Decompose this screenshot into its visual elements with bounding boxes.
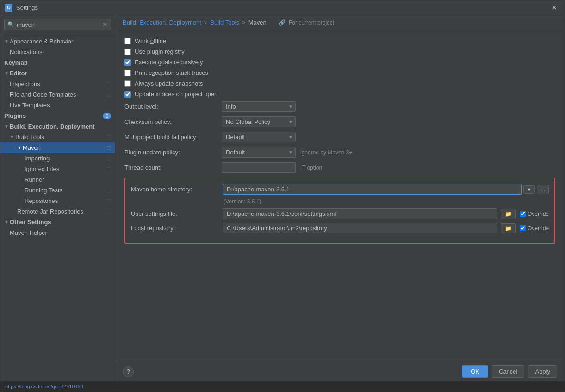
close-button[interactable]: ✕ <box>548 2 560 13</box>
sidebar-item-build-tools[interactable]: ▼ Build Tools ⬚ <box>0 132 115 142</box>
running-tests-icon: ⬚ <box>106 187 111 193</box>
sidebar-item-runner[interactable]: Runner <box>0 174 115 185</box>
print-exception-checkbox[interactable] <box>124 70 131 76</box>
breadcrumb-sep1: > <box>204 19 208 26</box>
thread-count-label: Thread count: <box>124 164 217 171</box>
sidebar-item-maven-helper[interactable]: Maven Helper <box>0 227 115 238</box>
local-repo-override-label[interactable]: Override <box>528 225 549 232</box>
maven-home-dropdown-btn[interactable]: ▼ <box>523 185 535 194</box>
sidebar-item-editor[interactable]: ▼ Editor <box>0 68 115 79</box>
sidebar-item-other-settings[interactable]: ▼ Other Settings <box>0 217 115 227</box>
plugin-update-policy-dropdown[interactable]: Default Force Update Never Update <box>222 147 296 158</box>
user-settings-input[interactable] <box>223 208 497 219</box>
file-templates-icon: ⬚ <box>106 92 111 98</box>
breadcrumb-sep2: > <box>242 19 246 26</box>
user-settings-row: User settings file: 📁 Override <box>131 208 549 219</box>
thread-count-row: Thread count: -T option <box>124 162 555 173</box>
local-repo-override-checkbox[interactable] <box>520 225 526 231</box>
execute-goals-label[interactable]: Execute goals recursively <box>135 59 203 66</box>
local-repo-folder-btn[interactable]: 📁 <box>501 223 516 233</box>
sidebar: 🔍 ✕ ▼ Appearance & Behavior Notification… <box>0 15 115 381</box>
search-input[interactable] <box>17 21 100 28</box>
maven-home-path-wrap: ▼ … <box>223 184 549 195</box>
print-exception-row: Print exception stack traces <box>124 69 555 76</box>
breadcrumb: Build, Execution, Deployment > Build Too… <box>115 15 565 30</box>
always-update-checkbox[interactable] <box>124 80 131 87</box>
sidebar-item-running-tests[interactable]: Running Tests ⬚ <box>0 185 115 196</box>
checksum-policy-dropdown-wrap: No Global Policy Fail Warn ▼ <box>222 116 296 127</box>
sidebar-item-appearance[interactable]: ▼ Appearance & Behavior <box>0 36 115 47</box>
right-panel: Build, Execution, Deployment > Build Too… <box>115 15 565 381</box>
maven-home-label: Maven home directory: <box>131 186 219 193</box>
maven-icon: ⬚ <box>106 145 111 151</box>
multiproject-policy-label: Multiproject build fail policy: <box>124 134 217 141</box>
sidebar-item-build-execution[interactable]: ▼ Build, Execution, Deployment <box>0 121 115 132</box>
user-settings-override-checkbox[interactable] <box>520 211 526 217</box>
output-level-label: Output level: <box>124 103 217 110</box>
work-offline-checkbox[interactable] <box>124 38 131 44</box>
sidebar-item-live-templates[interactable]: Live Templates <box>0 100 115 110</box>
checksum-policy-dropdown[interactable]: No Global Policy Fail Warn <box>222 116 296 127</box>
sidebar-item-maven[interactable]: ▼ Maven ⬚ <box>0 142 115 153</box>
update-indices-checkbox[interactable] <box>124 91 131 98</box>
sidebar-item-remote-jar[interactable]: Remote Jar Repositories ⬚ <box>0 206 115 217</box>
app-icon: U <box>5 4 12 12</box>
update-indices-row: Update indices on project open <box>124 91 555 98</box>
use-plugin-registry-checkbox[interactable] <box>124 49 131 55</box>
user-settings-label: User settings file: <box>131 210 219 217</box>
maven-version-text: (Version: 3.6.1) <box>131 198 549 205</box>
plugins-badge: 6 <box>103 113 111 119</box>
sidebar-item-inspections[interactable]: Inspections ⬚ <box>0 79 115 89</box>
plugin-update-policy-row: Plugin update policy: Default Force Upda… <box>124 147 555 158</box>
user-settings-folder-btn[interactable]: 📁 <box>501 209 516 219</box>
output-level-dropdown[interactable]: Info Debug Error Warning <box>222 101 296 112</box>
breadcrumb-current: Maven <box>248 19 267 26</box>
use-plugin-registry-row: Use plugin registry <box>124 48 555 55</box>
thread-count-input[interactable] <box>222 162 296 173</box>
sidebar-item-keymap[interactable]: Keymap <box>0 57 115 68</box>
local-repo-input[interactable] <box>223 223 497 233</box>
multiproject-policy-dropdown[interactable]: Default Fail at End Never Fail <box>222 132 296 142</box>
search-icon: 🔍 <box>7 21 14 28</box>
inspections-icon: ⬚ <box>106 81 111 87</box>
sidebar-item-importing[interactable]: Importing ⬚ <box>0 153 115 164</box>
output-level-row: Output level: Info Debug Error Warning ▼ <box>124 101 555 112</box>
sidebar-item-plugins[interactable]: Plugins 6 <box>0 110 115 121</box>
user-settings-override-label[interactable]: Override <box>528 211 549 217</box>
maven-home-browse-btn[interactable]: … <box>537 185 549 194</box>
maven-home-input[interactable] <box>223 184 522 195</box>
local-repo-row: Local repository: 📁 Override <box>131 223 549 233</box>
apply-button[interactable]: Apply <box>528 365 557 378</box>
execute-goals-row: Execute goals recursively <box>124 59 555 66</box>
always-update-label[interactable]: Always update snapshots <box>135 80 203 87</box>
cancel-button[interactable]: Cancel <box>492 365 524 378</box>
user-settings-override-wrap: Override <box>520 211 549 217</box>
execute-goals-checkbox[interactable] <box>124 59 131 66</box>
work-offline-label[interactable]: Work offline <box>135 37 166 44</box>
print-exception-label[interactable]: Print exception stack traces <box>135 69 208 76</box>
sidebar-item-ignored-files[interactable]: Ignored Files ⬚ <box>0 164 115 174</box>
settings-panel: Work offline Use plugin registry Execute… <box>115 30 565 361</box>
use-plugin-registry-label[interactable]: Use plugin registry <box>135 48 185 55</box>
checksum-policy-row: Checksum policy: No Global Policy Fail W… <box>124 116 555 127</box>
sidebar-item-repositories[interactable]: Repositories ⬚ <box>0 196 115 206</box>
ok-button[interactable]: OK <box>462 365 488 378</box>
breadcrumb-part1[interactable]: Build, Execution, Deployment <box>123 19 201 26</box>
ignored-files-icon: ⬚ <box>106 166 111 172</box>
output-level-dropdown-wrap: Info Debug Error Warning ▼ <box>222 101 296 112</box>
plugin-update-hint: ignored by Maven 3+ <box>300 149 352 156</box>
status-bar: https://blog.csdn.net/qq_42910468 <box>0 381 565 392</box>
maven-home-section: Maven home directory: ▼ … (Version: 3.6.… <box>124 178 555 244</box>
sidebar-item-notifications[interactable]: Notifications <box>0 47 115 57</box>
window-title: Settings <box>16 4 38 11</box>
help-button[interactable]: ? <box>123 366 134 377</box>
breadcrumb-part2[interactable]: Build Tools <box>210 19 239 26</box>
work-offline-row: Work offline <box>124 37 555 44</box>
local-repo-label: Local repository: <box>131 225 219 232</box>
plugin-update-policy-label: Plugin update policy: <box>124 149 217 156</box>
clear-icon[interactable]: ✕ <box>102 21 108 28</box>
sidebar-item-file-code-templates[interactable]: File and Code Templates ⬚ <box>0 89 115 100</box>
update-indices-label[interactable]: Update indices on project open <box>135 91 217 98</box>
search-box: 🔍 ✕ <box>0 15 115 34</box>
for-project-label: 🔗 For current project <box>279 19 334 26</box>
